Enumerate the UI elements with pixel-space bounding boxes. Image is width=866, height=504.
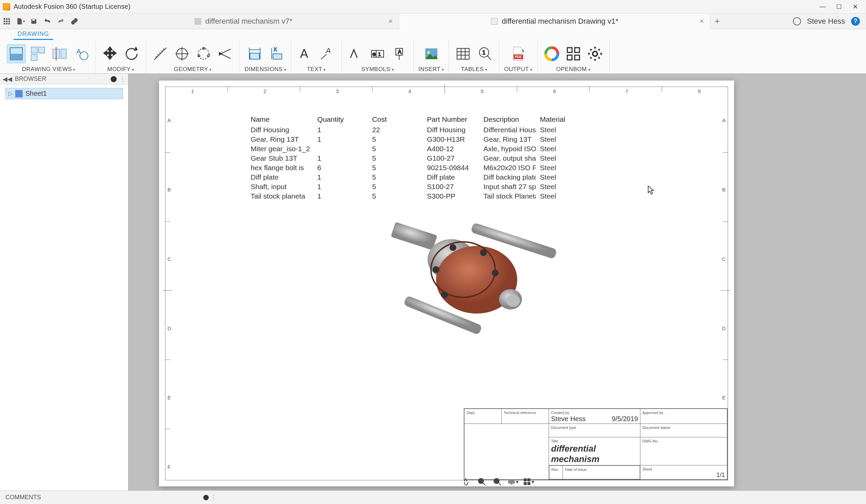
leader-text-button[interactable]: A [318,44,336,63]
feature-control-button[interactable]: ⊕1 [368,44,387,63]
window-minimize-button[interactable]: — [814,0,831,13]
browser-toggle-icon[interactable] [111,76,117,82]
svg-text:A: A [325,46,331,55]
help-icon[interactable]: ? [851,17,860,26]
pan-button[interactable] [460,475,472,488]
svg-rect-1 [6,18,8,20]
centerline-button[interactable] [151,44,170,63]
tb-rev-label: Rev. [552,468,559,471]
cell-cost: 5 [369,182,423,191]
openbom-settings-button[interactable] [586,44,604,63]
text-button[interactable]: A [296,44,315,63]
move-button[interactable] [100,44,119,63]
cell-mat: Steel [536,173,569,182]
datum-id-button[interactable]: A [390,44,409,63]
center-pattern-button[interactable] [194,44,213,63]
new-tab-button[interactable]: + [710,13,724,29]
output-pdf-button[interactable]: PDF [509,44,528,63]
tree-item-sheet1[interactable]: ▷ Sheet1 [5,88,123,99]
drawing-sheet[interactable]: 1 2 3 4 5 6 7 8 A A B B C C D D E E F [159,80,734,486]
ribbon-group-label[interactable]: OPENBOM [556,66,590,73]
table-row[interactable]: Tail stock planeta15S300-PPTail stock Pl… [247,192,569,201]
base-view-button[interactable] [7,44,26,63]
save-button[interactable] [27,14,41,28]
cell-mat: Steel [536,182,569,191]
detail-view-button[interactable]: A [72,44,91,63]
center-mark-button[interactable] [173,44,191,63]
ribbon-group-label[interactable]: INSERT [419,66,444,73]
table-row[interactable]: Gear, Ring 13T15G300-H13RGear, Ring 13TS… [247,135,569,144]
document-tab-0[interactable]: differential mechanism v7* × [88,13,399,29]
comments-bar[interactable]: COMMENTS ⋮ [0,491,866,504]
openbom-catalog-button[interactable] [542,44,561,63]
new-file-button[interactable]: ▾ [13,14,27,28]
drawing-canvas[interactable]: 1 2 3 4 5 6 7 8 A A B B C C D D E E F [129,74,866,491]
close-icon[interactable]: × [388,17,393,26]
ribbon-group-drawing-views: A DRAWING VIEWS [2,40,96,74]
tb-dept-label: Dept. [466,411,475,415]
projected-view-button[interactable] [29,44,47,63]
ribbon-mode-label[interactable]: DRAWING [13,29,53,40]
ribbon-group-label[interactable]: DRAWING VIEWS [22,66,76,73]
cell-desc: Differential Housi [480,125,536,134]
comments-grip-icon[interactable]: ⋮ [211,494,217,501]
table-row[interactable]: Miter gear_iso-1_25A400-12Axle, hypoid I… [247,144,569,153]
rotate-button[interactable] [122,44,141,63]
browser-header[interactable]: ◀◀ BROWSER ⋮ [0,74,128,85]
ribbon-group-label[interactable]: MODIFY [107,66,134,73]
ruler-v-b-r: B [722,187,725,192]
ribbon-group-label[interactable]: TABLES [461,66,487,73]
collapse-arrows-icon[interactable]: ◀◀ [3,76,12,83]
section-view-button[interactable] [50,44,69,63]
document-tab-1[interactable]: differential mechanism Drawing v1* × [399,13,710,29]
insert-image-button[interactable] [422,44,441,63]
zoom-button[interactable] [491,475,503,488]
svg-text:A: A [398,49,401,55]
svg-rect-13 [31,55,37,60]
display-settings-button[interactable]: ▾ [507,475,519,488]
app-grid-icon[interactable] [0,14,13,28]
ribbon-group-label[interactable]: SYMBOLS [361,66,394,73]
svg-rect-16 [61,49,66,58]
cell-cost: 5 [369,154,423,163]
openbom-bom-button[interactable] [564,44,583,63]
job-status-icon[interactable] [793,17,801,25]
table-row[interactable]: Diff plate15Diff plateDiff backing plate… [247,173,569,182]
table-row[interactable]: Diff Housing122Diff HousingDifferential … [247,125,569,134]
svg-rect-37 [273,54,282,59]
table-row[interactable]: Shaft, input15S100-27Input shaft 27 splS… [247,182,569,191]
balloon-button[interactable]: 1 [475,44,494,63]
browser-grip-icon[interactable]: ⋮ [119,76,125,83]
link-button[interactable] [68,14,81,28]
zoom-window-button[interactable] [476,475,488,488]
svg-text:PDF: PDF [514,55,522,59]
svg-line-20 [154,48,166,60]
comments-toggle-icon[interactable] [203,495,209,500]
tb-sheet: 1/1 [717,471,725,479]
ribbon-group-label[interactable]: GEOMETRY [174,66,211,73]
redo-button[interactable] [54,14,68,28]
user-name[interactable]: Steve Hess [807,17,845,26]
app-logo-icon [3,3,10,11]
dimension-button[interactable] [245,44,264,63]
table-row[interactable]: Gear Stub 13T15G100-27Gear, output shafS… [247,154,569,163]
ribbon-group-label[interactable]: OUTPUT [504,66,532,73]
expand-icon[interactable]: ▷ [9,90,12,97]
undo-button[interactable] [41,14,54,28]
title-block[interactable]: Dept. Technical reference Created by Ste… [464,408,728,480]
window-maximize-button[interactable]: ☐ [831,0,847,13]
parts-table[interactable]: Name Quantity Cost Part Number Descripti… [247,114,569,201]
surface-texture-button[interactable] [346,44,365,63]
table-button[interactable] [454,44,473,63]
ordinate-dim-button[interactable]: X [267,44,286,63]
close-icon[interactable]: × [700,17,704,26]
svg-point-78 [507,295,520,307]
ribbon-group-label[interactable]: TEXT [307,66,326,73]
drawing-3d-view[interactable] [382,215,565,340]
tb-title: differential mechanism [551,444,599,464]
table-row[interactable]: hex flange bolt is6590215-09844M6x20x20 … [247,164,569,172]
window-close-button[interactable]: ✕ [847,0,863,13]
edge-ext-button[interactable] [216,44,235,63]
layout-grid-button[interactable]: ▾ [522,475,534,488]
ribbon-group-label[interactable]: DIMENSIONS [245,66,286,73]
